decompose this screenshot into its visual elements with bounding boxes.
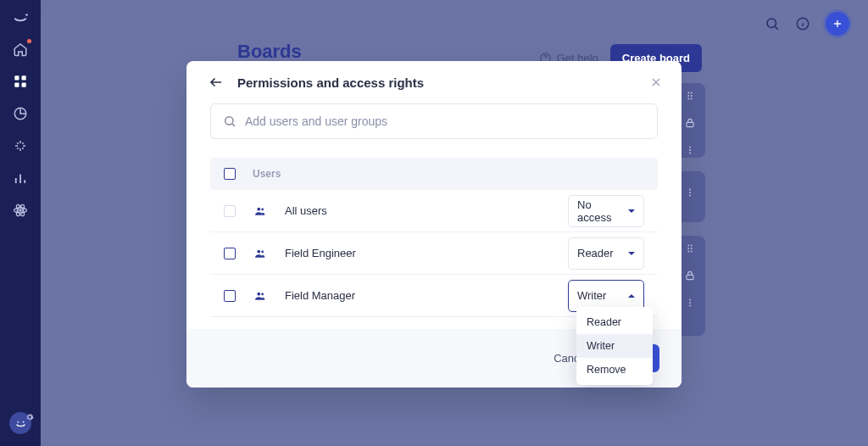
svg-rect-4 [22,83,26,87]
row-checkbox[interactable] [224,205,236,217]
search-icon [223,114,236,128]
group-icon [253,248,268,259]
chat-settings-button[interactable] [9,412,31,434]
sparkle-icon[interactable] [12,137,29,154]
svg-point-42 [261,250,264,253]
bars-icon[interactable] [12,170,29,187]
user-search[interactable] [210,103,658,139]
svg-point-38 [225,117,233,125]
left-nav-rail [0,0,41,446]
svg-rect-2 [22,75,26,80]
svg-point-44 [261,293,264,295]
svg-rect-1 [14,75,19,80]
permission-select[interactable]: No access [568,195,644,227]
dropdown-option-remove[interactable]: Remove [576,358,653,382]
row-label: Field Manager [285,289,551,302]
notification-dot [27,39,31,43]
svg-point-10 [17,421,19,422]
close-icon[interactable] [649,75,663,89]
table-row: All users No access [210,190,658,232]
svg-point-39 [257,207,260,210]
chevron-down-icon [628,209,635,213]
chevron-down-icon [628,252,635,255]
select-all-checkbox[interactable] [224,168,236,180]
apps-icon[interactable] [12,73,29,90]
modal-title: Permissions and access rights [237,75,424,90]
row-checkbox[interactable] [224,248,236,259]
svg-point-9 [19,209,21,211]
svg-point-41 [257,249,260,253]
dropdown-option-writer[interactable]: Writer [576,334,653,358]
back-arrow-icon[interactable] [207,75,225,90]
row-label: All users [285,204,551,217]
logo-icon[interactable] [12,8,29,25]
table-row: Field Engineer Reader [210,232,658,275]
group-icon [253,205,268,217]
svg-point-43 [257,292,260,295]
permission-dropdown: Reader Writer Remove [576,307,653,385]
chevron-up-icon [628,294,635,298]
row-checkbox[interactable] [224,290,236,302]
atom-icon[interactable] [12,202,29,219]
user-search-input[interactable] [245,114,645,128]
column-users: Users [253,168,281,180]
table-header: Users [210,158,658,190]
svg-rect-3 [14,83,19,87]
svg-point-11 [22,421,24,422]
row-label: Field Engineer [285,247,551,259]
svg-point-40 [261,208,264,210]
dropdown-option-reader[interactable]: Reader [576,310,653,334]
home-icon[interactable] [12,41,29,58]
permission-select[interactable]: Reader [568,237,644,270]
svg-point-0 [25,14,28,16]
pie-icon[interactable] [12,105,29,122]
group-icon [253,290,268,302]
gear-icon [25,410,34,418]
